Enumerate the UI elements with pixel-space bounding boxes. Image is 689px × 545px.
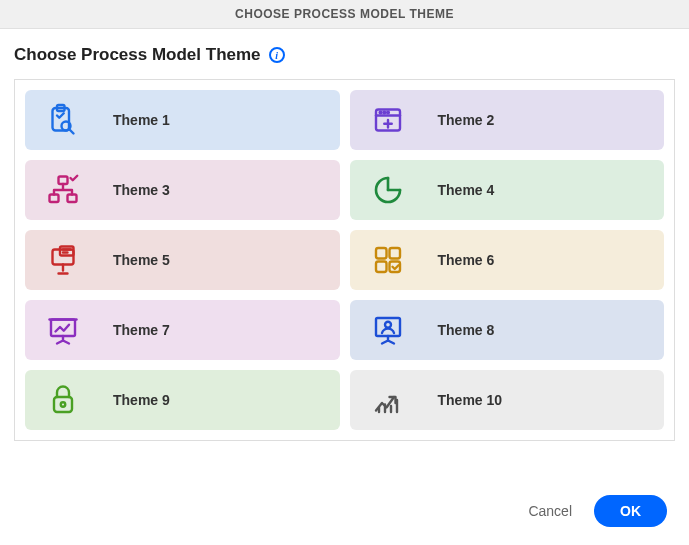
trend-up-icon [368, 380, 408, 420]
theme-card-10[interactable]: Theme 10 [350, 370, 665, 430]
info-icon[interactable]: i [269, 47, 285, 63]
grid-apps-icon [368, 240, 408, 280]
svg-point-5 [383, 112, 385, 114]
theme-card-4[interactable]: Theme 4 [350, 160, 665, 220]
theme-label: Theme 7 [113, 322, 170, 338]
svg-rect-11 [60, 247, 74, 256]
svg-point-6 [387, 112, 389, 114]
themes-container: Theme 1Theme 2Theme 3Theme 4Theme 5Theme… [14, 79, 675, 441]
theme-card-7[interactable]: Theme 7 [25, 300, 340, 360]
theme-label: Theme 3 [113, 182, 170, 198]
dialog-header: CHOOSE PROCESS MODEL THEME [0, 0, 689, 29]
theme-card-5[interactable]: Theme 5 [25, 230, 340, 290]
chart-board-icon [43, 310, 83, 350]
svg-point-20 [61, 402, 66, 407]
svg-rect-12 [376, 248, 387, 259]
subtitle-row: Choose Process Model Theme i [14, 45, 675, 65]
cancel-button[interactable]: Cancel [528, 503, 572, 519]
dialog-title: CHOOSE PROCESS MODEL THEME [235, 7, 454, 21]
theme-label: Theme 4 [438, 182, 495, 198]
org-chart-check-icon [43, 170, 83, 210]
svg-rect-19 [54, 397, 72, 412]
pie-slice-icon [368, 170, 408, 210]
svg-rect-16 [51, 320, 75, 337]
dialog-content: Choose Process Model Theme i Theme 1Them… [0, 29, 689, 477]
theme-card-3[interactable]: Theme 3 [25, 160, 340, 220]
theme-card-2[interactable]: Theme 2 [350, 90, 665, 150]
svg-rect-13 [389, 248, 400, 259]
ok-button[interactable]: OK [594, 495, 667, 527]
svg-point-4 [379, 112, 381, 114]
theme-label: Theme 8 [438, 322, 495, 338]
svg-rect-14 [376, 262, 387, 273]
theme-label: Theme 5 [113, 252, 170, 268]
theme-label: Theme 9 [113, 392, 170, 408]
themes-grid: Theme 1Theme 2Theme 3Theme 4Theme 5Theme… [25, 90, 664, 430]
page-title: Choose Process Model Theme [14, 45, 261, 65]
user-board-icon [368, 310, 408, 350]
theme-card-1[interactable]: Theme 1 [25, 90, 340, 150]
lock-icon [43, 380, 83, 420]
theme-label: Theme 2 [438, 112, 495, 128]
svg-point-18 [385, 322, 391, 328]
theme-card-6[interactable]: Theme 6 [350, 230, 665, 290]
theme-label: Theme 1 [113, 112, 170, 128]
clipboard-search-icon [43, 100, 83, 140]
theme-label: Theme 10 [438, 392, 503, 408]
theme-card-9[interactable]: Theme 9 [25, 370, 340, 430]
browser-add-icon [368, 100, 408, 140]
presentation-chat-icon [43, 240, 83, 280]
theme-card-8[interactable]: Theme 8 [350, 300, 665, 360]
dialog-footer: Cancel OK [0, 477, 689, 545]
theme-label: Theme 6 [438, 252, 495, 268]
